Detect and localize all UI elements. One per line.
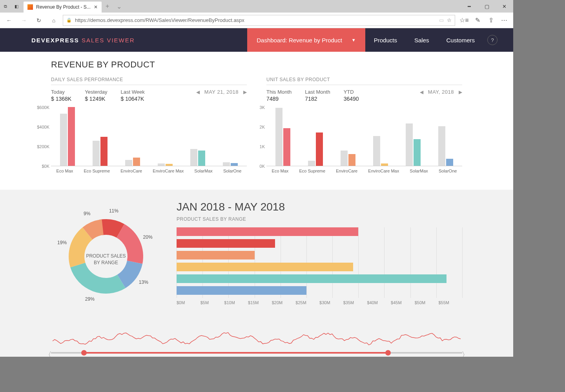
dashboard-dropdown[interactable]: Dashboard: Revenue by Product ▼ <box>247 28 365 52</box>
stat-value: 36490 <box>344 96 359 102</box>
donut-slice-label: 9% <box>84 211 90 216</box>
dashboard-label: Dashboard: Revenue by Product <box>257 37 342 44</box>
nav-products[interactable]: Products <box>365 28 406 52</box>
range-heading: JAN 2018 - MAY 2018 <box>177 201 462 213</box>
next-date-button[interactable]: ▶ <box>243 89 247 95</box>
home-button[interactable]: ⌂ <box>48 15 60 26</box>
date-label: MAY 21, 2018 <box>204 89 239 95</box>
stat-label: Today <box>51 89 71 95</box>
browser-tab[interactable]: Revenue By Product - S... ✕ <box>24 2 102 13</box>
daily-sales-panel: DAILY SALES PERFORMANCE Today$ 1368K Yes… <box>51 77 247 178</box>
donut-slice-label: 11% <box>109 208 118 214</box>
app-header: DEVEXPRESS SALES VIEWER Dashboard: Reven… <box>0 28 513 52</box>
stat-value: $ 10647K <box>121 96 145 102</box>
stat-label: Last Month <box>305 89 330 95</box>
prev-date-button[interactable]: ◀ <box>420 89 423 95</box>
stat-value: 7182 <box>305 96 330 102</box>
lock-icon: 🔒 <box>66 18 72 23</box>
favorites-icon[interactable]: ☆≡ <box>458 15 470 26</box>
stat-value: $ 1249K <box>85 96 107 102</box>
os-icon[interactable]: ⧉ <box>0 0 11 13</box>
forward-button[interactable]: → <box>18 15 30 26</box>
minimize-button[interactable]: ━ <box>460 0 478 13</box>
favicon-icon <box>27 4 33 10</box>
maximize-button[interactable]: ▢ <box>478 0 496 13</box>
donut-slice-label: 13% <box>139 279 148 285</box>
favorite-icon[interactable]: ☆ <box>447 17 452 23</box>
sparkline-chart <box>51 329 462 348</box>
share-icon[interactable]: ⇪ <box>485 15 497 26</box>
next-date-button[interactable]: ▶ <box>459 89 462 95</box>
url-input[interactable]: 🔒 https://demos.devexpress.com/RWA/Sales… <box>63 15 455 26</box>
stat-value: 7489 <box>266 96 292 102</box>
stat-value: $ 1368K <box>51 96 71 102</box>
more-icon[interactable]: ⋯ <box>498 15 510 26</box>
donut-chart: PRODUCT SALES BY RANGE 11%20%13%29%19%9% <box>51 201 161 318</box>
refresh-button[interactable]: ↻ <box>33 15 45 26</box>
range-handle-end[interactable] <box>385 350 391 356</box>
range-prev-button[interactable]: 〈 <box>44 350 52 357</box>
nav-customers[interactable]: Customers <box>437 28 483 52</box>
brand-logo: DEVEXPRESS SALES VIEWER <box>31 37 135 44</box>
notes-icon[interactable]: ✎ <box>472 15 483 26</box>
date-label: MAY, 2018 <box>428 89 454 95</box>
panel-title: DAILY SALES PERFORMANCE <box>51 77 247 82</box>
stat-label: This Month <box>266 89 292 95</box>
tab-actions-icon[interactable]: ⌄ <box>113 3 125 10</box>
close-tab-icon[interactable]: ✕ <box>94 4 98 10</box>
help-button[interactable]: ? <box>487 35 498 45</box>
daily-sales-chart: $0K$200K$400K$600KEco MaxEco SupremeEnvi… <box>51 107 247 178</box>
timeline-range-selector[interactable]: 〈 〉 Jan 2018FebMarAprMay 2018 <box>51 329 462 357</box>
range-bar-chart <box>177 227 462 298</box>
unit-sales-chart: 0K1K2K3KEco MaxEco SupremeEnviroCareEnvi… <box>266 107 462 178</box>
panel-title: UNIT SALES BY PRODUCT <box>266 77 462 82</box>
close-button[interactable]: ✕ <box>496 0 513 13</box>
donut-slice-label: 19% <box>57 240 67 245</box>
back-button[interactable]: ← <box>3 15 15 26</box>
donut-slice-label: 20% <box>143 234 153 240</box>
range-subtitle: PRODUCT SALES BY RANGE <box>177 216 462 222</box>
new-tab-button[interactable]: + <box>102 3 113 10</box>
donut-center-label: PRODUCT SALES <box>86 253 126 260</box>
reading-icon[interactable]: ▭ <box>439 17 444 23</box>
range-handle-start[interactable] <box>81 350 87 356</box>
page-title: REVENUE BY PRODUCT <box>51 60 462 70</box>
stat-label: YTD <box>344 89 359 95</box>
window-titlebar: ⧉ ◧ Revenue By Product - S... ✕ + ⌄ ━ ▢ … <box>0 0 513 13</box>
unit-sales-panel: UNIT SALES BY PRODUCT This Month7489 Las… <box>266 77 462 178</box>
tab-title: Revenue By Product - S... <box>36 4 91 10</box>
donut-slice-label: 29% <box>85 296 95 302</box>
os-icon[interactable]: ◧ <box>11 0 22 13</box>
prev-date-button[interactable]: ◀ <box>196 89 200 95</box>
nav-sales[interactable]: Sales <box>406 28 438 52</box>
chevron-down-icon: ▼ <box>352 38 356 42</box>
range-next-button[interactable]: 〉 <box>461 350 469 357</box>
stat-label: Yesterday <box>85 89 107 95</box>
address-bar: ← → ↻ ⌂ 🔒 https://demos.devexpress.com/R… <box>0 13 513 28</box>
stat-label: Last Week <box>121 89 145 95</box>
url-text: https://demos.devexpress.com/RWA/SalesVi… <box>75 17 436 23</box>
donut-center-label: BY RANGE <box>86 260 126 266</box>
